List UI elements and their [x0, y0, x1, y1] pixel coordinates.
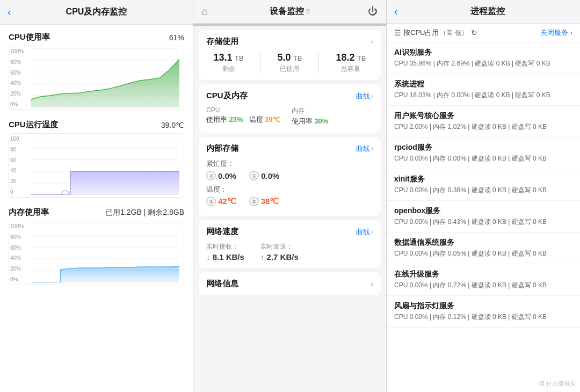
- storage-remaining: 13.1 TB 剩余: [213, 52, 243, 74]
- storage-chevron: ›: [371, 38, 373, 46]
- left-content: CPU使用率 61% 100% 80% 60% 40% 20% 0%: [0, 25, 193, 392]
- cpu-metric: CPU 使用率 23% 温度 39℃: [206, 106, 281, 126]
- process-name: 风扇与指示灯服务: [394, 301, 572, 311]
- power-icon[interactable]: ⏻: [368, 6, 378, 17]
- process-stats: CPU 0.00% | 内存 0.43% | 硬盘读 0 KB | 硬盘写 0 …: [394, 217, 572, 227]
- process-item[interactable]: 风扇与指示灯服务 CPU 0.00% | 内存 0.12% | 硬盘读 0 KB…: [387, 296, 580, 328]
- left-back-button[interactable]: ‹: [8, 6, 11, 18]
- cpu-usage-title: CPU使用率: [9, 32, 50, 42]
- mem-metric: 内存 使用率 30%: [292, 106, 329, 126]
- right-back-button[interactable]: ‹: [394, 5, 398, 18]
- busy-val-1: 0.0%: [218, 171, 236, 180]
- busy-circle-2: ②: [249, 171, 259, 180]
- cpu-mem-link[interactable]: 曲线 ›: [356, 91, 373, 101]
- right-subheader: ☰ 按CPU占用 （高-低） ↻ 关闭服务 ›: [387, 24, 580, 42]
- internal-storage-link[interactable]: 曲线 ›: [356, 144, 373, 154]
- cpu-temp-svg: [31, 136, 179, 195]
- process-stats: CPU 18.03% | 内存 0.00% | 硬盘读 0 KB | 硬盘写 0…: [394, 91, 572, 100]
- process-list: AI识别服务 CPU 35.96% | 内存 2.69% | 硬盘读 0 KB …: [387, 42, 580, 392]
- busy-val-2: 0.0%: [261, 171, 279, 180]
- process-stats: CPU 0.00% | 内存 0.00% | 硬盘读 0 KB | 硬盘写 0 …: [394, 154, 572, 163]
- storage-divider2: [318, 52, 319, 74]
- cpu-temp-section: CPU运行温度 39.0℃ 100 80 60 40 20 0: [9, 120, 184, 198]
- busy-circle-1: ①: [206, 171, 216, 180]
- busy-item-1: ① 0.0%: [206, 171, 236, 180]
- right-panel: ‹ 进程监控 ☰ 按CPU占用 （高-低） ↻ 关闭服务 › AI识别服务 CP…: [387, 0, 580, 392]
- net-recv: 实时接收： ↓ 8.1 KB/s: [206, 242, 244, 262]
- process-name: 用户账号核心服务: [394, 111, 572, 121]
- process-name: 在线升级服务: [394, 270, 572, 279]
- cpu-usage-chart: 100% 80% 60% 40% 20% 0%: [9, 46, 184, 110]
- storage-total: 18.2 TB 总容量: [336, 52, 366, 74]
- help-icon[interactable]: ?: [306, 8, 310, 16]
- network-speed-title: 网络速度: [206, 227, 238, 237]
- network-info-section[interactable]: 网络信息 ›: [199, 272, 381, 295]
- memory-usage-title-row: 内存使用率 已用1.2GB | 剩余2.8GB: [9, 207, 184, 217]
- process-stats: CPU 0.00% | 内存 0.22% | 硬盘读 0 KB | 硬盘写 0 …: [394, 281, 572, 290]
- home-icon[interactable]: ⌂: [202, 6, 208, 17]
- storage-section: 存储使用 › 13.1 TB 剩余 5.0 TB: [199, 30, 381, 80]
- process-stats: CPU 0.00% | 内存 0.05% | 硬盘读 0 KB | 硬盘写 0 …: [394, 249, 572, 258]
- busy-item-2: ② 0.0%: [249, 171, 279, 180]
- network-speed-section: 网络速度 曲线 › 实时接收： ↓ 8.1 KB/s 实时发送：: [199, 220, 381, 268]
- cpu-mem-section: CPU及内存 曲线 › CPU 使用率 23% 温度 39℃: [199, 84, 381, 133]
- sort-label[interactable]: 按CPU占用: [403, 28, 439, 38]
- storage-row: 13.1 TB 剩余 5.0 TB 已使用 18.2: [206, 52, 373, 74]
- storage-header: 存储使用 ›: [206, 37, 373, 47]
- cpu-temp-value: 39.0℃: [161, 121, 184, 129]
- network-info-title: 网络信息: [206, 279, 238, 289]
- close-service-button[interactable]: 关闭服务 ›: [540, 28, 572, 38]
- process-name: xinit服务: [394, 175, 572, 184]
- storage-divider1: [260, 52, 261, 74]
- cpu-temp-title-row: CPU运行温度 39.0℃: [9, 120, 184, 130]
- process-name: 系统进程: [394, 79, 572, 89]
- process-item[interactable]: 系统进程 CPU 18.03% | 内存 0.00% | 硬盘读 0 KB | …: [387, 74, 580, 106]
- network-speed-header: 网络速度 曲线 ›: [206, 227, 373, 237]
- temp-circle-1: ①: [206, 197, 216, 206]
- storage-link[interactable]: ›: [371, 38, 373, 46]
- internal-storage-header: 内部存储 曲线 ›: [206, 143, 373, 154]
- process-name: openbox服务: [394, 206, 572, 216]
- temp-val-1: 42℃: [218, 197, 236, 206]
- process-stats: CPU 35.96% | 内存 2.69% | 硬盘读 0 KB | 硬盘写 0…: [394, 59, 572, 68]
- temp-row: ① 42℃ ② 38℃: [206, 197, 373, 206]
- process-item[interactable]: AI识别服务 CPU 35.96% | 内存 2.69% | 硬盘读 0 KB …: [387, 42, 580, 74]
- process-item[interactable]: openbox服务 CPU 0.00% | 内存 0.43% | 硬盘读 0 K…: [387, 201, 580, 233]
- process-item[interactable]: rpciod服务 CPU 0.00% | 内存 0.00% | 硬盘读 0 KB…: [387, 137, 580, 169]
- process-item[interactable]: 用户账号核心服务 CPU 2.00% | 内存 1.02% | 硬盘读 0 KB…: [387, 106, 580, 137]
- cpu-usage-y-labels: 100% 80% 60% 40% 20% 0%: [10, 48, 24, 107]
- network-speed-link[interactable]: 曲线 ›: [356, 227, 373, 237]
- cpu-mem-row: CPU 使用率 23% 温度 39℃ 内存 使用率 30%: [206, 106, 373, 126]
- internal-storage-chevron: ›: [371, 145, 373, 153]
- cpu-mem-header: CPU及内存 曲线 ›: [206, 91, 373, 101]
- internal-storage-section: 内部存储 曲线 › 紧忙度： ① 0.0% ② 0.0% 温度：: [199, 137, 381, 216]
- temp-item-2: ② 38℃: [249, 197, 279, 206]
- top-bar: [193, 24, 386, 26]
- svg-marker-21: [31, 266, 179, 282]
- cpu-usage-value: 61%: [169, 33, 184, 42]
- net-send: 实时发送： ↑ 2.7 KB/s: [260, 242, 299, 262]
- cpu-mem-chevron: ›: [371, 92, 373, 100]
- process-item[interactable]: xinit服务 CPU 0.00% | 内存 0.36% | 硬盘读 0 KB …: [387, 169, 580, 201]
- middle-content: 存储使用 › 13.1 TB 剩余 5.0 TB: [193, 24, 386, 392]
- memory-usage-chart: 100% 80% 60% 40% 20% 0%: [9, 221, 184, 285]
- storage-used: 5.0 TB 已使用: [277, 52, 302, 74]
- right-header: ‹ 进程监控: [387, 0, 580, 24]
- network-info-chevron: ›: [371, 279, 373, 289]
- cpu-usage-title-row: CPU使用率 61%: [9, 32, 184, 42]
- svg-point-14: [61, 191, 69, 195]
- refresh-icon[interactable]: ↻: [471, 28, 477, 37]
- network-speed-chevron: ›: [371, 228, 373, 236]
- process-stats: CPU 2.00% | 内存 1.02% | 硬盘读 0 KB | 硬盘写 0 …: [394, 122, 572, 132]
- process-item[interactable]: 数据通信系统服务 CPU 0.00% | 内存 0.05% | 硬盘读 0 KB…: [387, 233, 580, 264]
- process-item[interactable]: 在线升级服务 CPU 0.00% | 内存 0.22% | 硬盘读 0 KB |…: [387, 264, 580, 296]
- process-stats: CPU 0.00% | 内存 0.12% | 硬盘读 0 KB | 硬盘写 0 …: [394, 313, 572, 322]
- process-name: AI识别服务: [394, 48, 572, 57]
- middle-panel: ⌂ 设备监控 ? ⏻ 存储使用 › 13.1 TB 剩余: [193, 0, 387, 392]
- storage-title: 存储使用: [206, 37, 238, 47]
- memory-usage-section: 内存使用率 已用1.2GB | 剩余2.8GB 100% 80% 60% 40%…: [9, 207, 184, 285]
- sort-icon: ☰: [394, 28, 401, 37]
- left-header: ‹ CPU及内存监控: [0, 0, 193, 25]
- cpu-temp-chart: 100 80 60 40 20 0: [9, 133, 184, 198]
- process-name: 数据通信系统服务: [394, 238, 572, 248]
